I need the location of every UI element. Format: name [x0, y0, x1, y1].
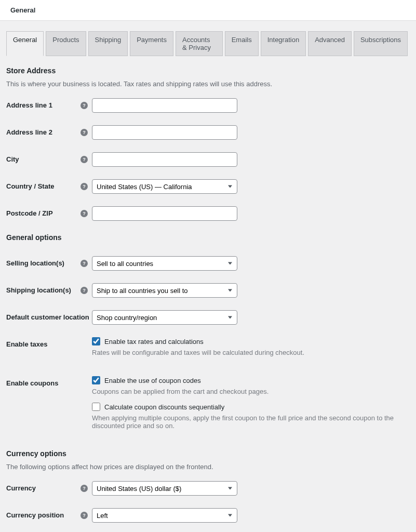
tab-integration[interactable]: Integration — [261, 31, 306, 56]
tab-advanced[interactable]: Advanced — [308, 31, 352, 56]
field-country-state: Country / State ? United States (US) — C… — [6, 179, 410, 194]
label-currency: Currency — [6, 484, 36, 492]
label-address2: Address line 2 — [6, 128, 52, 136]
field-currency-position: Currency position ? Left — [6, 508, 410, 523]
field-address1: Address line 1 ? — [6, 98, 410, 113]
help-icon[interactable]: ? — [80, 287, 88, 294]
help-icon[interactable]: ? — [80, 183, 88, 190]
address2-input[interactable] — [92, 125, 237, 140]
field-city: City ? — [6, 152, 410, 167]
label-selling-locations: Selling location(s) — [6, 259, 64, 267]
postcode-input[interactable] — [92, 206, 237, 221]
shipping-locations-select[interactable]: Ship to all countries you sell to — [92, 283, 237, 298]
help-icon[interactable]: ? — [80, 102, 88, 109]
enable-coupons-checkbox[interactable] — [92, 376, 100, 384]
tab-products[interactable]: Products — [46, 31, 86, 56]
settings-tabs: General Products Shipping Payments Accou… — [6, 31, 410, 56]
field-selling-locations: Selling location(s) ? Sell to all countr… — [6, 256, 410, 271]
field-enable-taxes: Enable taxes Enable tax rates and calcul… — [6, 337, 410, 364]
currency-options-description: The following options affect how prices … — [6, 463, 410, 471]
enable-taxes-help: Rates will be configurable and taxes wil… — [92, 349, 410, 356]
field-currency: Currency ? United States (US) dollar ($) — [6, 481, 410, 496]
help-icon[interactable]: ? — [80, 512, 88, 519]
selling-locations-select[interactable]: Sell to all countries — [92, 256, 237, 271]
field-default-customer-location: Default customer location ? Shop country… — [6, 310, 410, 325]
store-address-description: This is where your business is located. … — [6, 80, 410, 88]
tab-accounts-privacy[interactable]: Accounts & Privacy — [176, 31, 223, 56]
main-content: General Products Shipping Payments Accou… — [0, 21, 416, 532]
help-icon[interactable]: ? — [80, 210, 88, 217]
label-default-customer-location: Default customer location — [6, 313, 89, 321]
help-icon[interactable]: ? — [80, 156, 88, 163]
city-input[interactable] — [92, 152, 237, 167]
page-title: General — [10, 6, 406, 14]
field-postcode: Postcode / ZIP ? — [6, 206, 410, 221]
enable-taxes-checkbox-label: Enable tax rates and calculations — [104, 338, 204, 345]
calculate-sequential-checkbox[interactable] — [92, 403, 100, 411]
tab-subscriptions[interactable]: Subscriptions — [354, 31, 408, 56]
tab-emails[interactable]: Emails — [225, 31, 259, 56]
help-icon[interactable]: ? — [80, 260, 88, 267]
tab-general[interactable]: General — [6, 31, 44, 56]
label-enable-taxes: Enable taxes — [6, 340, 48, 348]
help-icon[interactable]: ? — [80, 129, 88, 136]
field-enable-coupons: Enable coupons Enable the use of coupon … — [6, 376, 410, 437]
enable-taxes-checkbox[interactable] — [92, 337, 100, 345]
currency-position-select[interactable]: Left — [92, 508, 237, 523]
general-options-heading: General options — [6, 233, 410, 242]
label-enable-coupons: Enable coupons — [6, 379, 58, 387]
label-city: City — [6, 155, 19, 163]
label-shipping-locations: Shipping location(s) — [6, 286, 71, 294]
enable-coupons-help2: When applying multiple coupons, apply th… — [92, 414, 410, 430]
currency-select[interactable]: United States (US) dollar ($) — [92, 481, 237, 496]
label-postcode: Postcode / ZIP — [6, 209, 53, 217]
currency-options-heading: Currency options — [6, 449, 410, 458]
page-header: General — [0, 0, 416, 21]
country-state-select[interactable]: United States (US) — California — [92, 179, 237, 194]
label-address1: Address line 1 — [6, 101, 52, 109]
label-country-state: Country / State — [6, 182, 54, 190]
help-icon[interactable]: ? — [80, 485, 88, 492]
field-address2: Address line 2 ? — [6, 125, 410, 140]
calculate-sequential-label: Calculate coupon discounts sequentially — [104, 403, 224, 411]
tab-shipping[interactable]: Shipping — [88, 31, 128, 56]
address1-input[interactable] — [92, 98, 237, 113]
store-address-heading: Store Address — [6, 66, 410, 75]
enable-coupons-help1: Coupons can be applied from the cart and… — [92, 388, 410, 395]
tab-payments[interactable]: Payments — [130, 31, 173, 56]
label-currency-position: Currency position — [6, 511, 64, 519]
default-customer-location-select[interactable]: Shop country/region — [92, 310, 237, 325]
field-shipping-locations: Shipping location(s) ? Ship to all count… — [6, 283, 410, 298]
enable-coupons-checkbox-label: Enable the use of coupon codes — [104, 377, 201, 384]
